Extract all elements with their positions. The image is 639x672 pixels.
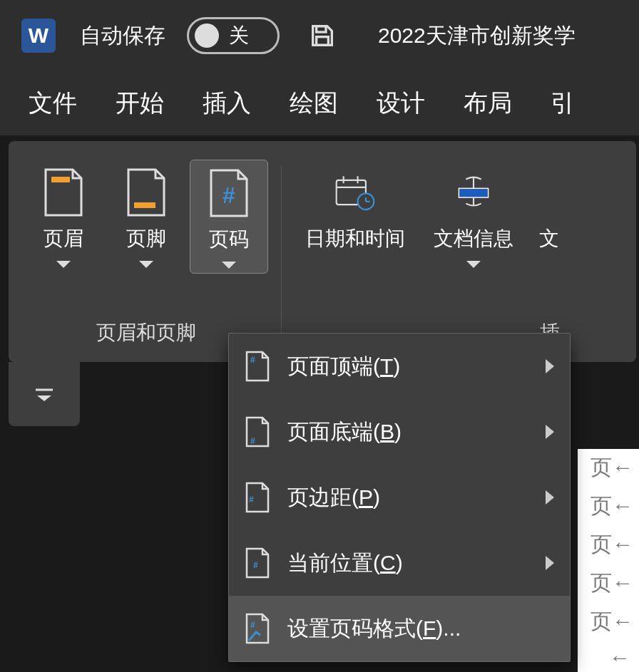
svg-rect-1 [317, 37, 329, 46]
page-number-label: 页码 [209, 227, 249, 252]
collapse-icon [34, 387, 54, 401]
tab-layout[interactable]: 布局 [464, 87, 512, 120]
doc-info-button[interactable]: 文档信息 [420, 160, 527, 272]
dropdown-item-bottom[interactable]: # 页面底端(B) [229, 399, 570, 465]
chevron-down-icon [139, 261, 153, 268]
doc-info-icon [451, 164, 496, 221]
dropdown-label: 当前位置(C) [287, 549, 528, 578]
date-time-label: 日期和时间 [305, 227, 405, 251]
group-insert: 日期和时间 文档信息 文 插 [289, 151, 573, 352]
toggle-knob-icon [195, 24, 219, 48]
svg-text:#: # [250, 436, 255, 446]
footer-button[interactable]: 页脚 [107, 160, 185, 272]
dropdown-item-margins[interactable]: # 页边距(P) [229, 465, 570, 530]
tab-draw[interactable]: 绘图 [290, 87, 338, 120]
header-label: 页眉 [44, 227, 83, 251]
header-button[interactable]: 页眉 [24, 160, 103, 272]
chevron-right-icon [546, 556, 554, 570]
tab-file[interactable]: 文件 [29, 87, 77, 120]
doc-parts-icon [526, 164, 572, 221]
autosave-label: 自动保存 [80, 21, 165, 51]
chevron-down-icon [222, 262, 236, 269]
page-number-icon: # [206, 165, 252, 222]
chevron-right-icon [546, 425, 554, 439]
dropdown-label: 页面底端(B) [287, 418, 528, 447]
chevron-right-icon [546, 490, 554, 505]
toggle-state-label: 关 [229, 22, 249, 49]
svg-rect-0 [317, 26, 326, 32]
svg-text:#: # [223, 182, 235, 208]
date-time-icon [332, 164, 378, 221]
title-bar: W 自动保存 关 2022天津市创新奖学 [0, 0, 639, 71]
tab-references[interactable]: 引 [551, 87, 575, 120]
word-app-icon: W [21, 19, 56, 53]
chevron-down-icon [56, 261, 71, 268]
ribbon-collapse-button[interactable] [9, 362, 80, 426]
page-margins-icon: # [245, 481, 270, 514]
doc-text: 页← [591, 530, 633, 559]
doc-text: 页← [591, 492, 633, 521]
chevron-right-icon [546, 359, 554, 373]
chevron-down-icon [466, 261, 481, 268]
doc-text: 页← [591, 453, 633, 482]
svg-rect-13 [459, 188, 488, 197]
footer-label: 页脚 [126, 227, 166, 251]
tab-insert[interactable]: 插入 [203, 87, 251, 120]
format-page-number-icon: # [245, 612, 270, 645]
autosave-toggle[interactable]: 关 [187, 17, 280, 54]
doc-parts-button[interactable]: 文 [531, 160, 567, 255]
dropdown-item-top[interactable]: # 页面顶端(T) [229, 334, 570, 399]
svg-text:#: # [250, 355, 255, 365]
page-number-button[interactable]: # 页码 [190, 160, 268, 274]
doc-text: ← [609, 646, 630, 670]
document-area[interactable]: 页← 页← 页← 页← 页← ← [578, 449, 639, 672]
doc-parts-label: 文 [539, 227, 559, 251]
dropdown-label: 设置页码格式(F)... [287, 614, 554, 643]
ribbon-panel: 页眉 页脚 # [9, 141, 636, 362]
ribbon-tabs: 文件 开始 插入 绘图 设计 布局 引 [0, 71, 639, 135]
svg-marker-15 [37, 396, 51, 401]
group-label-header-footer: 页眉和页脚 [96, 319, 196, 352]
document-title: 2022天津市创新奖学 [378, 21, 576, 51]
save-button[interactable] [307, 20, 338, 51]
dropdown-item-format[interactable]: # 设置页码格式(F)... [229, 596, 570, 661]
ribbon-divider [281, 165, 282, 338]
group-header-footer: 页眉 页脚 # [19, 151, 274, 352]
tab-design[interactable]: 设计 [377, 87, 425, 120]
dropdown-item-current[interactable]: # 当前位置(C) [229, 530, 570, 596]
footer-icon [123, 164, 169, 221]
svg-text:#: # [249, 495, 254, 505]
header-icon [41, 164, 86, 221]
page-number-dropdown: # 页面顶端(T) # 页面底端(B) # 页边距(P) # 当前位置(C) [228, 333, 571, 662]
doc-info-label: 文档信息 [434, 227, 513, 251]
svg-text:#: # [250, 620, 255, 630]
doc-text: 页← [591, 607, 633, 636]
dropdown-label: 页边距(P) [287, 483, 528, 512]
page-top-icon: # [245, 350, 270, 383]
doc-text: 页← [591, 569, 633, 598]
svg-text:#: # [253, 560, 258, 570]
svg-rect-2 [51, 177, 70, 182]
page-bottom-icon: # [245, 415, 270, 448]
tab-home[interactable]: 开始 [116, 87, 164, 120]
svg-rect-3 [134, 202, 155, 208]
current-position-icon: # [245, 547, 270, 579]
dropdown-label: 页面顶端(T) [287, 352, 528, 381]
date-time-button[interactable]: 日期和时间 [295, 160, 416, 255]
